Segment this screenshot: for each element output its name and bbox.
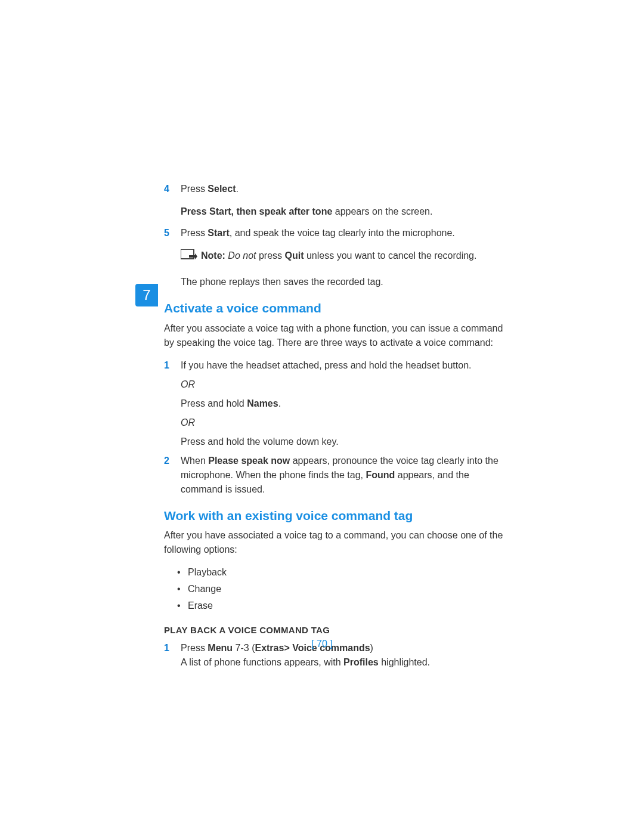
step-text: If you have the headset attached, press …: [181, 358, 510, 373]
chapter-number: 7: [143, 284, 150, 306]
para-activate: After you associate a voice tag with a p…: [164, 321, 510, 350]
list-item: •Erase: [177, 599, 510, 613]
alt-option-2: Press and hold the volume down key.: [181, 435, 510, 449]
list-item: •Change: [177, 582, 510, 596]
note-block: Note: Do not press Quit unless you want …: [181, 249, 510, 267]
steps-continued: 4 Press Select.: [164, 182, 510, 196]
or-label: OR: [181, 416, 510, 430]
screen-message: Press Start, then speak after tone appea…: [181, 205, 510, 219]
alt-option-1: Press and hold Names.: [181, 397, 510, 411]
heading-playback: PLAY BACK A VOICE COMMAND TAG: [164, 624, 510, 637]
page-number: [ 70 ]: [0, 637, 644, 651]
step-number: 4: [164, 182, 181, 196]
chapter-tab: 7: [135, 284, 158, 306]
step-4: 4 Press Select.: [164, 182, 510, 196]
after-note-text: The phone replays then saves the recorde…: [181, 275, 510, 289]
or-label: OR: [181, 377, 510, 392]
step-number: 1: [164, 358, 181, 373]
step-5: 5 Press Start, and speak the voice tag c…: [164, 226, 510, 240]
steps-continued-2: 5 Press Start, and speak the voice tag c…: [164, 226, 510, 240]
options-list: •Playback •Change •Erase: [177, 565, 510, 613]
step-number: 5: [164, 226, 181, 240]
manual-page: 7 4 Press Select. Press Start, then spea…: [0, 0, 644, 833]
step-text: When Please speak now appears, pronounce…: [181, 454, 510, 497]
activate-step-1: 1 If you have the headset attached, pres…: [164, 358, 510, 373]
step-text: Press Select.: [181, 182, 510, 196]
activate-step-2: 2 When Please speak now appears, pronoun…: [164, 454, 510, 497]
heading-work: Work with an existing voice command tag: [164, 506, 510, 525]
note-text: Note: Do not press Quit unless you want …: [201, 249, 510, 263]
list-item: •Playback: [177, 565, 510, 580]
step-number: 2: [164, 454, 181, 497]
activate-steps: 1 If you have the headset attached, pres…: [164, 358, 510, 497]
note-icon: [181, 249, 201, 267]
step-text: Press Start, and speak the voice tag cle…: [181, 226, 510, 240]
para-work: After you have associated a voice tag to…: [164, 528, 510, 557]
heading-activate: Activate a voice command: [164, 299, 510, 318]
